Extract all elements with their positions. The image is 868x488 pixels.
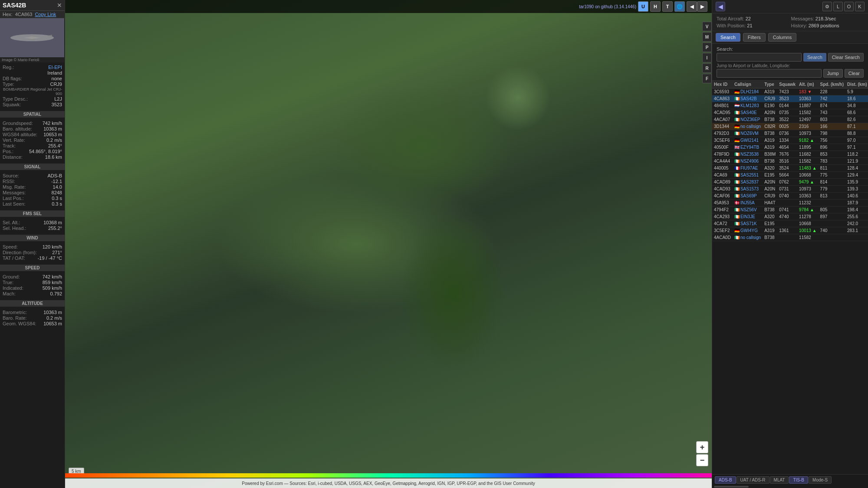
flag-callsign-cell[interactable]: 🇮🇪EIN3JE: [733, 213, 763, 220]
type-cell: HA4T: [763, 200, 777, 206]
table-row[interactable]: 4CA293 🇮🇪EIN3JE A320 4740 11278 897 255.…: [712, 213, 868, 220]
flag-callsign-cell[interactable]: 🇮🇪SAS69P: [733, 193, 763, 200]
table-row[interactable]: 478F9D 🇮🇪NSZ3538 B38M 7676 11682 853 118…: [712, 151, 868, 158]
rs-back-button[interactable]: ◀: [716, 2, 725, 11]
filter-tab-uat---ads-r[interactable]: UAT / ADS-R: [736, 476, 769, 484]
col-alt[interactable]: Alt. (m): [797, 81, 818, 88]
zoom-out-button[interactable]: −: [696, 454, 708, 466]
flag-callsign-cell[interactable]: 🇮🇪NOZ6VM: [733, 130, 763, 137]
spd-cell: 853: [819, 151, 845, 158]
table-row[interactable]: 3D1344 🇩🇪no callsign C82R 0025 2316 166 …: [712, 123, 868, 130]
table-row[interactable]: 4CA4A4 🇮🇪NSZ4906 B738 3516 11582 783 121…: [712, 158, 868, 165]
filter-tab-ads-b[interactable]: ADS-B: [715, 476, 736, 484]
search-button[interactable]: Search: [803, 53, 826, 62]
flag-callsign-cell[interactable]: 🇩🇰INJ55A: [733, 200, 763, 206]
search-tab-button[interactable]: Search: [716, 33, 740, 42]
table-row[interactable]: 4CA69 🇮🇪SAS2551 E195 5664 10668 775 129.…: [712, 172, 868, 179]
btn-u[interactable]: U: [638, 1, 648, 12]
col-hex[interactable]: Hex ID: [712, 81, 733, 88]
jump-button[interactable]: Jump: [823, 69, 843, 78]
dist-cell: 128.4: [845, 165, 868, 172]
flag-callsign-cell[interactable]: 🇩🇪GWI4YG: [733, 227, 763, 234]
table-row[interactable]: 4ACA0D 🇮🇪no callsign B738 11582 -24.0: [712, 234, 868, 241]
aircraft-table-container[interactable]: Hex ID Callsign Type Squawk Alt. (m) Spd…: [712, 81, 868, 474]
table-row[interactable]: 4CA863 🇮🇪SAS42B CRJ9 3523 10363 742 18.6…: [712, 95, 868, 102]
table-row[interactable]: 3C5EF6 🇩🇪GWI2141 A319 1334 9182 ▲ 756 97…: [712, 137, 868, 144]
search-input[interactable]: [717, 53, 802, 62]
flag-callsign-cell[interactable]: 🇮🇪NSZ4906: [733, 158, 763, 165]
clear-search-button[interactable]: Clear Search: [828, 53, 864, 62]
flag-callsign-cell[interactable]: 🇩🇪DLH2184: [733, 88, 763, 95]
table-row[interactable]: 4794F2 🇮🇪NSZ56V B738 0741 9784 ▲ 805 198…: [712, 206, 868, 213]
nav-left-button[interactable]: ◀: [687, 1, 697, 12]
flag-callsign-cell[interactable]: 🇮🇪SAS40E: [733, 109, 763, 116]
col-callsign[interactable]: Callsign: [733, 81, 763, 88]
speed-header: SPEED: [0, 265, 65, 271]
flag-callsign-cell[interactable]: 🇩🇪GWI2141: [733, 137, 763, 144]
nav-right-button[interactable]: ▶: [697, 1, 707, 12]
table-row[interactable]: 4CAD93 🇮🇪SAS1573 A20N 0731 10973 779 139…: [712, 186, 868, 193]
table-row[interactable]: 440005 🇫🇷FIU97AE A320 3524 11483 ▲ 811 1…: [712, 165, 868, 172]
reg-row: Reg.: EI-EPI: [3, 65, 62, 70]
copy-link-button[interactable]: Copy Link: [35, 12, 56, 17]
flag-callsign-cell[interactable]: 🇮🇪SAS2551: [733, 172, 763, 179]
flag-callsign-cell[interactable]: 🇮🇪NSZ3538: [733, 151, 763, 158]
layer-icon-button[interactable]: L: [833, 2, 843, 11]
filters-tab-button[interactable]: Filters: [743, 33, 766, 42]
col-spd[interactable]: Spd. (km/h): [819, 81, 845, 88]
filter-tab-tis-b[interactable]: TIS-B: [789, 476, 808, 484]
reg-link[interactable]: EI-EPI: [48, 65, 62, 70]
total-aircraft-stat: Total Aircraft: 22: [717, 16, 789, 21]
flag-callsign-cell[interactable]: 🇬🇧EZY94TB: [733, 144, 763, 151]
col-squawk[interactable]: Squawk: [777, 81, 797, 88]
col-type[interactable]: Type: [763, 81, 777, 88]
dbflags-label: DB flags:: [3, 76, 22, 81]
table-row[interactable]: 3C5EF2 🇩🇪GWI4YG A319 1361 10013 ▲ 740 28…: [712, 227, 868, 234]
zoom-in-button[interactable]: +: [696, 441, 708, 453]
flag-callsign-cell[interactable]: 🇮🇪SAS1573: [733, 186, 763, 193]
squawk-cell: 3524: [777, 165, 797, 172]
side-nav-btn-p[interactable]: P: [702, 43, 712, 52]
side-nav-btn-r[interactable]: R: [702, 63, 712, 73]
filter-tab-mlat[interactable]: MLAT: [770, 476, 789, 484]
horizontal-scrollbar[interactable]: [712, 485, 868, 488]
table-row[interactable]: 4CAF06 🇮🇪SAS69P CRJ9 0740 10363 813 140.…: [712, 193, 868, 200]
flag-callsign-cell[interactable]: 🇮🇪SAS71K: [733, 220, 763, 227]
flag-callsign-cell[interactable]: 🇮🇪NSZ56V: [733, 206, 763, 213]
btn-h[interactable]: H: [650, 1, 661, 12]
flag-callsign-cell[interactable]: 🇫🇷FIU97AE: [733, 165, 763, 172]
keyboard-icon-button[interactable]: K: [855, 2, 865, 11]
col-dist[interactable]: Dist. (km): [845, 81, 868, 88]
side-nav-btn-i[interactable]: I: [702, 53, 712, 62]
table-row[interactable]: 45A953 🇩🇰INJ55A HA4T 11232 187.9 -25.0: [712, 200, 868, 206]
columns-tab-button[interactable]: Columns: [768, 33, 796, 42]
globe-view-button[interactable]: 🌐: [674, 1, 685, 12]
github-link[interactable]: tar1090 on github (3.14.1446): [579, 4, 636, 9]
flag-callsign-cell[interactable]: 🇩🇪no callsign: [733, 123, 763, 130]
table-row[interactable]: 3C6593 🇩🇪DLH2184 A319 7423 183 ▼ 228 5.9…: [712, 88, 868, 95]
table-row[interactable]: 4CAD89 🇮🇪SAS2837 A20N 0762 9479 ▲ 814 13…: [712, 179, 868, 186]
flag-callsign-cell[interactable]: 🇮🇪SAS42B: [733, 95, 763, 102]
table-row[interactable]: 40500F 🇬🇧EZY94TB A319 4654 11895 896 97.…: [712, 144, 868, 151]
table-row[interactable]: 4CA72 🇮🇪SAS71K E195 10668 242.0 -25.0: [712, 220, 868, 227]
table-row[interactable]: 4CAD95 🇮🇪SAS40E A20N 0735 11582 743 68.6…: [712, 109, 868, 116]
table-row[interactable]: 4ACA07 🇮🇪NOZ36EP B738 3522 12497 803 82.…: [712, 116, 868, 123]
close-aircraft-button[interactable]: ✕: [57, 2, 62, 9]
offset-icon-button[interactable]: O: [844, 2, 854, 11]
side-nav-btn-v[interactable]: V: [702, 22, 712, 31]
jump-clear-button[interactable]: Clear: [845, 69, 864, 78]
filter-tab-mode-s[interactable]: Mode-S: [809, 476, 832, 484]
jump-input[interactable]: [717, 69, 822, 78]
flag-callsign-cell[interactable]: 🇮🇪NOZ36EP: [733, 116, 763, 123]
btn-t[interactable]: T: [662, 1, 673, 12]
side-nav-btn-m[interactable]: M: [702, 32, 712, 42]
flag-callsign-cell[interactable]: 🇮🇪no callsign: [733, 234, 763, 241]
settings-icon-button[interactable]: ⚙: [822, 2, 832, 11]
hex-cell: 4CA293: [712, 213, 733, 220]
side-nav-btn-f[interactable]: F: [702, 74, 712, 83]
flag-callsign-cell[interactable]: 🇮🇪SAS2837: [733, 179, 763, 186]
map-area[interactable]: SAS42B DLH2184 5 km Powered by Esri.com …: [65, 0, 712, 488]
table-row[interactable]: 4792D3 🇮🇪NOZ6VM B738 0736 10973 798 88.8…: [712, 130, 868, 137]
table-row[interactable]: 484B01 🇳🇱KLM1283 E190 0144 11887 874 34.…: [712, 102, 868, 109]
flag-callsign-cell[interactable]: 🇳🇱KLM1283: [733, 102, 763, 109]
